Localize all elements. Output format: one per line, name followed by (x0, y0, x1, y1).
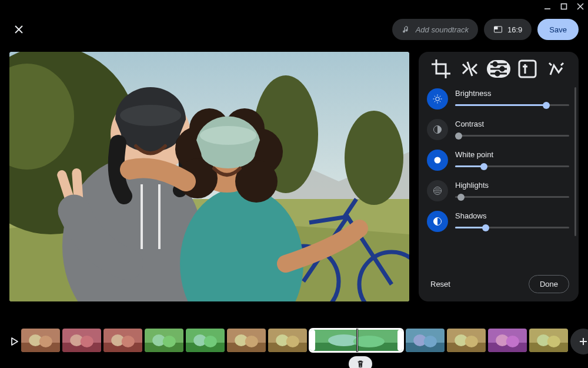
trim-start-handle[interactable] (310, 330, 315, 351)
svg-point-46 (435, 157, 441, 164)
clip-8[interactable] (406, 329, 445, 352)
svg-point-88 (465, 336, 478, 347)
reset-button[interactable]: Reset (430, 280, 450, 289)
svg-point-14 (345, 111, 403, 205)
clip-3[interactable] (145, 329, 183, 352)
svg-line-41 (435, 96, 435, 97)
svg-point-29 (235, 160, 278, 203)
svg-point-56 (81, 336, 93, 347)
svg-line-42 (440, 101, 440, 102)
add-soundtrack-label: Add soundtrack (416, 25, 469, 34)
clip-1[interactable] (62, 329, 101, 352)
timeline (9, 328, 579, 355)
aspect-ratio-button[interactable]: 16:9 (484, 19, 532, 40)
done-button[interactable]: Done (529, 275, 569, 293)
shadows-label: Shadows (455, 211, 569, 220)
editor-topbar: Add soundtrack 16:9 Save (0, 16, 588, 42)
close-button[interactable] (9, 20, 28, 39)
highlights-label: Highlights (455, 181, 569, 190)
svg-point-36 (436, 97, 439, 101)
clip-0[interactable] (21, 329, 60, 352)
playhead[interactable] (356, 329, 358, 352)
add-soundtrack-button[interactable]: Add soundtrack (392, 19, 478, 40)
play-button[interactable] (9, 328, 19, 355)
clip-5[interactable] (227, 329, 266, 352)
svg-point-72 (245, 336, 258, 347)
brightness-icon[interactable] (427, 88, 448, 110)
tab-adjust[interactable] (487, 60, 510, 78)
slider-contrast: Contrast (419, 114, 575, 145)
contrast-slider[interactable] (455, 132, 569, 140)
adjustments-panel: BrightnessContrastWhite pointHighlightsS… (419, 52, 579, 301)
window-close-icon[interactable] (576, 2, 584, 11)
slider-list: BrightnessContrastWhite pointHighlightsS… (419, 84, 579, 269)
slider-brightness: Brightness (419, 84, 575, 114)
clip-4[interactable] (186, 329, 225, 352)
clip-6[interactable] (268, 329, 307, 352)
svg-point-19 (120, 105, 181, 126)
slider-whitepoint: White point (419, 145, 575, 175)
highlights-icon[interactable] (427, 180, 448, 201)
tab-filters[interactable] (516, 60, 539, 78)
preview-image (9, 52, 409, 301)
svg-point-52 (39, 336, 52, 347)
music-note-icon (402, 25, 411, 34)
clip-9[interactable] (447, 329, 486, 352)
contrast-icon[interactable] (427, 119, 448, 140)
whitepoint-icon[interactable] (427, 150, 448, 171)
aspect-ratio-label: 16:9 (507, 25, 522, 34)
svg-point-64 (163, 336, 176, 347)
svg-point-60 (122, 336, 135, 347)
svg-point-33 (500, 67, 504, 71)
svg-line-43 (435, 101, 435, 102)
clip-7[interactable] (309, 329, 403, 352)
slider-shadows: Shadows (419, 206, 575, 237)
clip-2[interactable] (103, 329, 142, 352)
clip-11[interactable] (529, 329, 568, 352)
svg-point-84 (424, 336, 437, 347)
svg-point-96 (547, 336, 560, 347)
shadows-slider[interactable] (455, 224, 569, 232)
svg-rect-7 (495, 26, 498, 29)
shadows-icon[interactable] (427, 211, 448, 232)
window-minimize-icon[interactable] (543, 2, 552, 11)
preview-canvas[interactable] (9, 52, 409, 301)
tab-markup[interactable] (544, 60, 568, 78)
aspect-icon (493, 25, 503, 34)
delete-clip-button[interactable] (349, 356, 372, 368)
whitepoint-label: White point (455, 150, 569, 159)
save-label: Save (549, 25, 567, 34)
svg-point-68 (204, 336, 217, 347)
highlights-slider[interactable] (455, 193, 569, 201)
trim-end-handle[interactable] (397, 330, 402, 351)
add-clip-button[interactable] (570, 329, 588, 354)
scrollbar[interactable] (574, 87, 576, 236)
svg-point-76 (286, 336, 299, 347)
window-maximize-icon[interactable] (560, 2, 568, 11)
svg-rect-1 (562, 4, 567, 9)
svg-point-32 (493, 62, 497, 66)
brightness-slider[interactable] (455, 101, 569, 110)
svg-point-31 (200, 126, 256, 145)
clip-10[interactable] (488, 329, 527, 352)
save-button[interactable]: Save (537, 19, 579, 40)
contrast-label: Contrast (455, 120, 569, 128)
brightness-label: Brightness (455, 89, 569, 98)
tool-tabs (419, 60, 579, 84)
svg-line-44 (440, 96, 440, 97)
svg-point-92 (506, 336, 519, 347)
whitepoint-slider[interactable] (455, 163, 569, 171)
tab-tools[interactable] (458, 60, 482, 78)
slider-highlights: Highlights (419, 175, 575, 206)
svg-rect-35 (519, 61, 536, 77)
tab-crop[interactable] (429, 60, 453, 78)
svg-point-34 (496, 72, 499, 75)
